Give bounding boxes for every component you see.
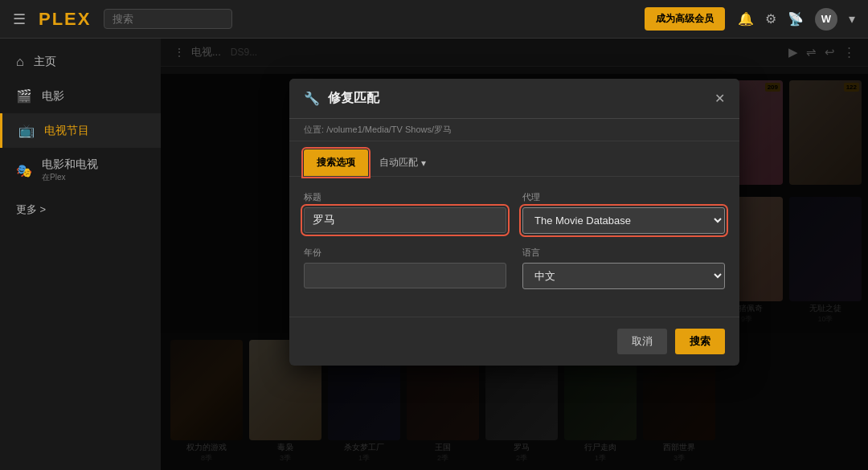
sidebar-label-movies: 电影 — [42, 89, 64, 104]
settings-icon[interactable]: ⚙ — [765, 11, 776, 27]
content-area: ⋮ 电视... DS9... ▶ ⇌ ↩ ⋮ 209 1 — [161, 39, 868, 470]
form-group-title: 标题 — [304, 191, 506, 234]
sidebar-item-tvshows[interactable]: 📺 电视节目 — [0, 113, 161, 148]
hamburger-icon[interactable]: ☰ — [13, 10, 26, 28]
user-avatar[interactable]: W — [815, 8, 837, 31]
sidebar-sub-movies-tv: 在Plex — [42, 172, 98, 183]
sidebar-label-home: 主页 — [34, 55, 56, 69]
app-logo: PLEX — [39, 9, 91, 30]
dialog-location: 位置: /volume1/Media/TV Shows/罗马 — [289, 119, 739, 141]
sidebar-item-movies[interactable]: 🎬 电影 — [0, 79, 161, 113]
top-navigation: ☰ PLEX 成为高级会员 🔔 ⚙ 📡 W ▾ — [0, 0, 868, 39]
notification-icon[interactable]: 🔔 — [738, 11, 754, 27]
location-path: /volume1/Media/TV Shows/罗马 — [326, 125, 452, 134]
sidebar-label-tvshows: 电视节目 — [44, 124, 89, 138]
home-icon: ⌂ — [16, 55, 24, 69]
form-group-year: 年份 — [304, 247, 506, 289]
dialog-header: 🔧 修复匹配 ✕ — [289, 79, 739, 119]
wrench-icon: 🔧 — [304, 91, 320, 106]
tab-auto-match[interactable]: 自动匹配 ▾ — [368, 149, 437, 176]
lang-select[interactable]: 中文 English 日本語 한국어 — [522, 263, 725, 289]
movies-icon: 🎬 — [16, 88, 32, 104]
form-row-year-lang: 年份 语言 中文 English 日本語 한국어 — [304, 247, 725, 289]
close-button[interactable]: ✕ — [714, 91, 725, 106]
search-button[interactable]: 搜索 — [675, 329, 725, 354]
sidebar-label-movies-tv: 电影和电视 — [42, 157, 98, 172]
form-group-agent: 代理 The Movie Database TheTVDB Plex Movie… — [522, 191, 725, 234]
location-label: 位置: — [304, 125, 324, 134]
sidebar: ⌂ 主页 🎬 电影 📺 电视节目 🎭 电影和电视 在Plex 更多 > — [0, 39, 161, 470]
cast-icon[interactable]: 📡 — [788, 11, 804, 27]
title-input[interactable] — [304, 207, 506, 233]
dialog-title: 修复匹配 — [328, 90, 379, 107]
chevron-down-icon[interactable]: ▾ — [849, 11, 855, 27]
label-lang: 语言 — [522, 247, 725, 259]
form-group-lang: 语言 中文 English 日本語 한국어 — [522, 247, 725, 289]
premium-button[interactable]: 成为高级会员 — [645, 7, 725, 31]
form-row-title-agent: 标题 代理 The Movie Database TheTVDB Plex Mo… — [304, 191, 725, 234]
label-year: 年份 — [304, 247, 506, 259]
movies-tv-icon: 🎭 — [16, 163, 32, 178]
sidebar-item-movies-tv[interactable]: 🎭 电影和电视 在Plex — [0, 148, 161, 193]
search-input[interactable] — [104, 9, 232, 29]
agent-select[interactable]: The Movie Database TheTVDB Plex Movie Pe… — [522, 207, 725, 234]
label-title: 标题 — [304, 191, 506, 203]
cancel-button[interactable]: 取消 — [617, 329, 667, 354]
fix-match-dialog: 🔧 修复匹配 ✕ 位置: /volume1/Media/TV Shows/罗马 … — [289, 79, 739, 366]
sidebar-more[interactable]: 更多 > — [0, 193, 161, 227]
year-input[interactable] — [304, 263, 506, 288]
label-agent: 代理 — [522, 191, 725, 203]
tab-search-options[interactable]: 搜索选项 — [304, 149, 368, 176]
chevron-icon: ▾ — [421, 157, 426, 169]
tv-icon: 📺 — [18, 123, 35, 138]
dialog-tabs: 搜索选项 自动匹配 ▾ — [289, 141, 739, 177]
nav-icons: 🔔 ⚙ 📡 W ▾ — [738, 8, 855, 31]
dialog-body: 标题 代理 The Movie Database TheTVDB Plex Mo… — [289, 177, 739, 317]
main-layout: ⌂ 主页 🎬 电影 📺 电视节目 🎭 电影和电视 在Plex 更多 > ⋮ 电视… — [0, 39, 868, 470]
dialog-footer: 取消 搜索 — [289, 317, 739, 366]
sidebar-item-home[interactable]: ⌂ 主页 — [0, 45, 161, 79]
